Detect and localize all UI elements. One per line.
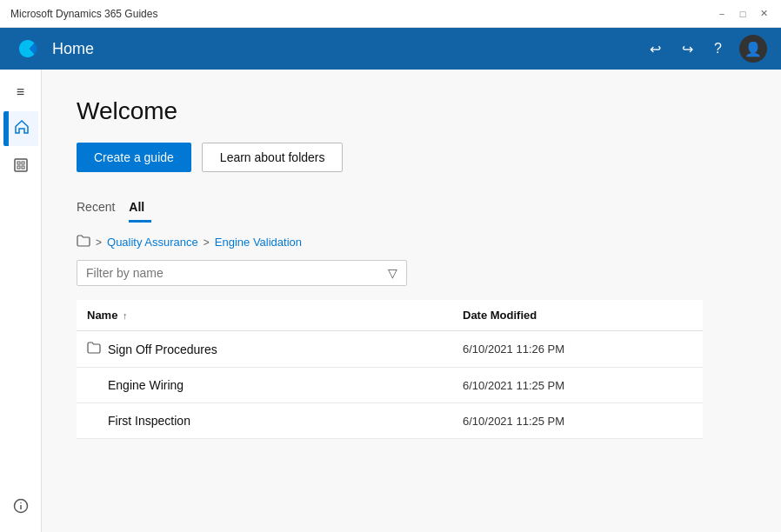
- svg-rect-1: [17, 162, 20, 164]
- filter-input[interactable]: [86, 266, 388, 280]
- sidebar-item-home[interactable]: [3, 111, 38, 146]
- window-controls: − □ ✕: [715, 7, 771, 21]
- sidebar-item-info[interactable]: [3, 490, 38, 525]
- close-button[interactable]: ✕: [757, 7, 771, 21]
- row-name: Sign Off Procedures: [108, 342, 217, 356]
- breadcrumb-link-quality[interactable]: Quality Assurance: [107, 236, 198, 249]
- help-button[interactable]: ?: [711, 37, 725, 60]
- action-buttons: Create a guide Learn about folders: [77, 143, 746, 172]
- app-body: ≡: [0, 70, 781, 532]
- tabs: Recent All: [77, 193, 746, 221]
- avatar-icon: 👤: [744, 41, 762, 57]
- app-header: Home ↩ ↪ ? 👤: [0, 28, 781, 70]
- date-modified-cell: 6/10/2021 11:25 PM: [452, 403, 703, 439]
- header-actions: ↩ ↪ ? 👤: [646, 35, 767, 63]
- breadcrumb: > Quality Assurance > Engine Validation: [77, 235, 746, 249]
- main-content: Welcome Create a guide Learn about folde…: [42, 70, 781, 532]
- sidebar-item-guides[interactable]: [3, 150, 38, 184]
- redo-button[interactable]: ↪: [678, 37, 697, 61]
- table-header: Name ↑ Date Modified: [77, 300, 703, 331]
- home-icon: [13, 118, 30, 140]
- breadcrumb-sep2: >: [204, 236, 210, 249]
- row-name: Engine Wiring: [108, 378, 184, 392]
- name-cell: Sign Off Procedures: [77, 331, 452, 368]
- app-title-text: Microsoft Dynamics 365 Guides: [10, 8, 157, 20]
- table-body: Sign Off Procedures 6/10/2021 11:26 PM E…: [77, 331, 703, 439]
- info-icon: [12, 497, 30, 519]
- svg-rect-3: [17, 166, 20, 169]
- user-avatar-button[interactable]: 👤: [739, 35, 767, 63]
- sidebar: ≡: [0, 70, 42, 532]
- breadcrumb-root-icon: [77, 235, 90, 249]
- undo-button[interactable]: ↩: [646, 37, 664, 61]
- minimize-button[interactable]: −: [715, 7, 729, 21]
- page-title: Welcome: [77, 97, 746, 125]
- name-cell: First Inspection: [77, 403, 452, 439]
- maximize-button[interactable]: □: [736, 7, 750, 21]
- svg-point-7: [20, 502, 22, 503]
- app-logo: [14, 35, 42, 63]
- name-cell: Engine Wiring: [77, 368, 452, 403]
- sidebar-hamburger-button[interactable]: ≡: [3, 76, 38, 108]
- filter-icon: ▽: [388, 266, 397, 280]
- learn-folders-button[interactable]: Learn about folders: [202, 143, 344, 172]
- filter-bar: ▽: [77, 260, 407, 286]
- svg-rect-2: [22, 162, 24, 164]
- svg-rect-0: [15, 159, 27, 171]
- breadcrumb-sep1: >: [96, 236, 102, 249]
- title-bar: Microsoft Dynamics 365 Guides − □ ✕: [0, 0, 781, 28]
- sort-arrow: ↑: [123, 310, 128, 321]
- table-row: Engine Wiring 6/10/2021 11:25 PM: [77, 368, 703, 403]
- row-name: First Inspection: [108, 414, 190, 428]
- date-modified-cell: 6/10/2021 11:25 PM: [452, 368, 703, 403]
- column-date-modified[interactable]: Date Modified: [452, 300, 703, 331]
- guides-icon: [12, 156, 30, 178]
- svg-rect-4: [22, 166, 24, 169]
- tab-all[interactable]: All: [129, 193, 158, 221]
- header-title: Home: [52, 40, 636, 58]
- tab-recent[interactable]: Recent: [77, 193, 129, 221]
- create-guide-button[interactable]: Create a guide: [77, 143, 191, 172]
- table-row: First Inspection 6/10/2021 11:25 PM: [77, 403, 703, 439]
- date-modified-cell: 6/10/2021 11:26 PM: [452, 331, 703, 368]
- column-name[interactable]: Name ↑: [77, 300, 452, 331]
- row-folder-icon: [87, 342, 101, 356]
- hamburger-icon: ≡: [17, 84, 24, 100]
- content-table: Name ↑ Date Modified: [77, 300, 703, 439]
- table-row: Sign Off Procedures 6/10/2021 11:26 PM: [77, 331, 703, 368]
- breadcrumb-link-engine[interactable]: Engine Validation: [215, 236, 302, 249]
